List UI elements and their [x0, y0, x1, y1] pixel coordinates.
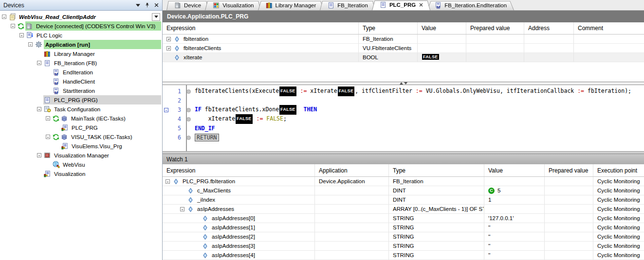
- tab-plc-prg[interactable]: PLC_PRG: [372, 0, 430, 10]
- column-header-type[interactable]: Type: [359, 22, 418, 34]
- watch-row-plc-prg-fbiteration[interactable]: PLC_PRG.fbIterationDevice.ApplicationFB_…: [163, 177, 644, 186]
- tree-item-plc-logic[interactable]: PLC Logic: [0, 31, 162, 40]
- tree-item-visuelems-visu-prg[interactable]: VisuElems.Visu_Prg: [0, 141, 162, 151]
- watch-row-asipaddresses-3[interactable]: asIpAddresses[3]STRING''Cyclic Monitorin…: [163, 242, 644, 251]
- cell-value: [484, 205, 545, 213]
- column-header-address[interactable]: Address: [524, 22, 574, 34]
- watch-column-header-type[interactable]: Type: [389, 164, 484, 176]
- code-token: RETURN: [195, 134, 219, 141]
- expression-label: PLC_PRG.fbIteration: [181, 178, 237, 184]
- expander-icon[interactable]: [11, 24, 15, 28]
- watch-column-header-application[interactable]: Application: [315, 164, 389, 176]
- watch-column-header-value[interactable]: Value: [484, 164, 545, 176]
- expression-label: asIpAddresses[3]: [210, 243, 257, 249]
- code-editor[interactable]: 1fbIterateClients(xExecuteFALSE := xIter…: [163, 85, 644, 152]
- breakpoint-margin[interactable]: [184, 89, 193, 94]
- tree-item-plc-prg[interactable]: PLC_PRG: [0, 123, 162, 132]
- chevron-down-icon[interactable]: [136, 4, 140, 7]
- close-tab-icon[interactable]: [419, 3, 423, 7]
- expander-icon[interactable]: [37, 61, 41, 65]
- watch-row-asipaddresses[interactable]: asIpAddressesARRAY [0..(c_MaxClients - 1…: [163, 205, 644, 214]
- cell-comment: [574, 44, 644, 52]
- tab-fb-iteration-enditeration[interactable]: MFB_Iteration.EndIteration: [427, 0, 514, 10]
- expander-icon[interactable]: [180, 207, 184, 211]
- expander-icon[interactable]: [166, 46, 171, 51]
- tree-item-application-run[interactable]: Application [run]: [0, 40, 162, 49]
- breakpoint-margin[interactable]: [184, 108, 193, 112]
- column-header-comment[interactable]: Comment: [574, 22, 644, 34]
- tree-item-device-connected-codesys-control-win-v3[interactable]: Device [connected] (CODESYS Control Win …: [0, 21, 162, 31]
- breakpoint-margin[interactable]: [184, 136, 193, 140]
- watch-row-iindex[interactable]: _iIndexDINT1Cyclic Monitoring: [163, 195, 644, 205]
- fold-icon[interactable]: [164, 108, 168, 112]
- pin-icon[interactable]: [145, 2, 150, 8]
- tree-item-webvisu-read-clientipaddr[interactable]: WebVisu_Read_ClientIpAddr: [0, 12, 162, 21]
- code-text[interactable]: IF fbIterateClients.xDoneFALSE THEN: [193, 105, 644, 115]
- breakpoint-margin[interactable]: [184, 117, 193, 121]
- method-icon: M: [52, 69, 60, 76]
- tab-fb-iteration[interactable]: FB_Iteration: [320, 0, 375, 10]
- tab-device[interactable]: Device: [166, 0, 208, 10]
- tab-visualization[interactable]: Visualization: [205, 0, 261, 10]
- code-text[interactable]: fbIterateClients(xExecuteFALSE := xItera…: [193, 87, 644, 97]
- tree-item-handleclient[interactable]: MHandleClient: [0, 77, 162, 86]
- tree-item-visualization[interactable]: Visualization: [0, 169, 162, 178]
- tree-item-visualization-manager[interactable]: Visualization Manager: [0, 151, 162, 160]
- tree-item-row: WebVisu_Read_ClientIpAddr: [8, 12, 152, 21]
- watch-row-asipaddresses-1[interactable]: asIpAddresses[1]STRING''Cyclic Monitorin…: [163, 223, 644, 232]
- expander-icon[interactable]: [46, 135, 50, 139]
- tree-item-label: Visualization Manager: [53, 153, 110, 158]
- watch-row-asipaddresses-0[interactable]: asIpAddresses[0]STRING'127.0.0.1'Cyclic …: [163, 214, 644, 223]
- tab-library-manager[interactable]: Library Manager: [258, 0, 324, 10]
- code-text[interactable]: RETURN: [193, 133, 644, 142]
- column-header-prepared-value[interactable]: Prepared value: [466, 22, 524, 34]
- watch-row-c-maxclients[interactable]: c_MaxClientsDINTC5Cyclic Monitoring: [163, 186, 644, 195]
- expander-icon[interactable]: [46, 116, 50, 121]
- editor-splitter[interactable]: [163, 82, 644, 85]
- expander-icon[interactable]: [166, 179, 170, 184]
- tree-item-row: Visualization Manager: [43, 151, 161, 160]
- task-icon: [60, 133, 68, 140]
- tree-item-enditeration[interactable]: MEndIteration: [0, 68, 162, 77]
- svg-text:M: M: [55, 71, 58, 75]
- tree-item-library-manager[interactable]: Library Manager: [0, 49, 162, 58]
- tree-item-fb-iteration-fb[interactable]: FB_Iteration (FB): [0, 58, 162, 68]
- close-icon[interactable]: [154, 3, 159, 7]
- expander-icon[interactable]: [37, 107, 41, 111]
- watch-column-header-execution-point[interactable]: Execution point: [593, 164, 644, 176]
- devices-panel: Devices WebVisu_Read_ClientIpAddrDevice …: [0, 0, 163, 260]
- column-header-expression[interactable]: Expression: [163, 22, 359, 34]
- expander-icon[interactable]: [2, 15, 6, 19]
- declaration-editor[interactable]: ExpressionTypeValuePrepared valueAddress…: [163, 22, 644, 82]
- books-icon: [43, 50, 51, 57]
- tree-item-webvisu[interactable]: WebVisu: [0, 160, 162, 169]
- expander-icon[interactable]: [28, 42, 33, 47]
- expander-icon[interactable]: [19, 33, 24, 37]
- decl-row-xiterate[interactable]: xIterateBOOLFALSE: [163, 53, 644, 62]
- watch-column-header-prepared-value[interactable]: Prepared value: [545, 164, 593, 176]
- expander-icon[interactable]: [166, 37, 171, 41]
- watch-column-header-expression[interactable]: Expression: [163, 164, 315, 176]
- watch-row-asipaddresses-2[interactable]: asIpAddresses[2]STRING''Cyclic Monitorin…: [163, 232, 644, 242]
- tree-item-maintask-iec-tasks[interactable]: MainTask (IEC-Tasks): [0, 114, 162, 123]
- expression-label: fbIterateClients: [182, 45, 222, 51]
- code-text[interactable]: END_IF: [193, 124, 644, 133]
- device-dropdown-button[interactable]: [152, 13, 160, 21]
- prgref-icon: [43, 170, 51, 177]
- watch-row-asipaddresses-4[interactable]: asIpAddresses[4]STRING''Cyclic Monitorin…: [163, 251, 644, 260]
- expander-icon[interactable]: [37, 153, 41, 157]
- tree-item-row: MStartIteration: [52, 86, 161, 95]
- code-token: FALSE: [279, 105, 296, 115]
- splitter-arrows-icon: [400, 82, 407, 85]
- decl-row-fbiterateclients[interactable]: fbIterateClientsVU.FbIterateClients: [163, 44, 644, 53]
- tree-item-task-configuration[interactable]: Task Configuration: [0, 104, 162, 114]
- doc-icon: [43, 96, 51, 104]
- decl-row-fbiteration[interactable]: fbIterationFB_Iteration: [163, 35, 644, 44]
- code-text[interactable]: xIterateFALSE := FALSE;: [193, 114, 644, 124]
- code-token: :=: [577, 87, 588, 94]
- tree-item-startiteration[interactable]: MStartIteration: [0, 86, 162, 95]
- device-icon: [174, 1, 182, 9]
- tree-item-plc-prg-prg[interactable]: PLC_PRG (PRG): [0, 95, 162, 104]
- column-header-value[interactable]: Value: [418, 22, 466, 34]
- tree-item-visu-task-iec-tasks[interactable]: VISU_TASK (IEC-Tasks): [0, 132, 162, 141]
